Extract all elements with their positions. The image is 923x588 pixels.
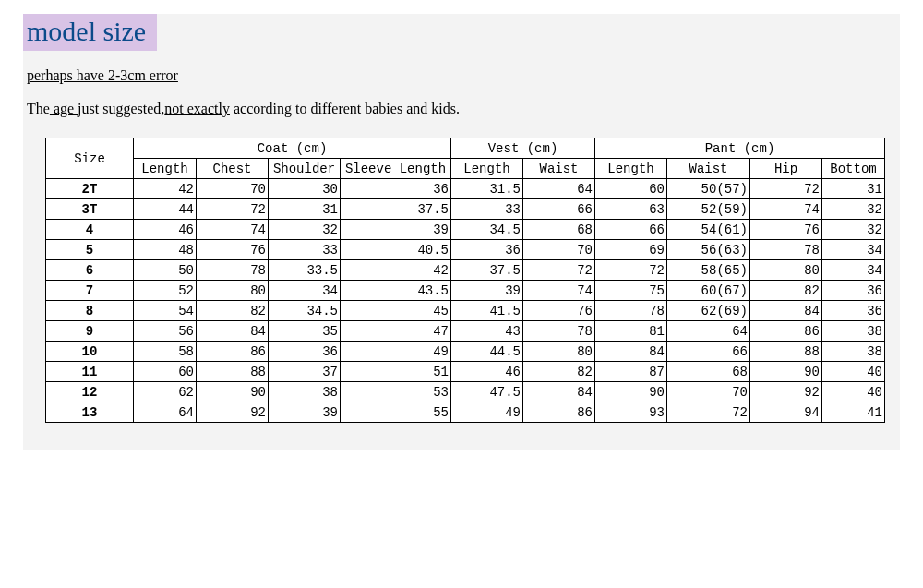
cell-vest-length: 34.5 <box>451 220 523 240</box>
cell-pant-waist: 56(63) <box>667 240 750 260</box>
header-pant-waist: Waist <box>667 159 750 179</box>
cell-pant-waist: 72 <box>667 402 750 423</box>
cell-pant-hip: 86 <box>750 321 822 342</box>
cell-pant-bottom: 38 <box>822 321 885 342</box>
cell-coat-length: 60 <box>134 362 197 382</box>
cell-coat-sleeve: 43.5 <box>341 281 451 301</box>
cell-pant-hip: 80 <box>750 260 822 281</box>
cell-vest-waist: 84 <box>523 382 595 402</box>
page-title: model size <box>23 14 157 51</box>
cell-size: 4 <box>46 220 134 240</box>
cell-vest-waist: 70 <box>523 240 595 260</box>
cell-vest-waist: 72 <box>523 260 595 281</box>
cell-vest-waist: 66 <box>523 199 595 220</box>
size-table-wrap: Size Coat (cm) Vest (cm) Pant (cm) Lengt… <box>45 138 900 423</box>
note-text-suffix: according to different babies and kids. <box>230 101 460 116</box>
cell-coat-shoulder: 31 <box>269 199 341 220</box>
table-body: 2T4270303631.5646050(57)72313T44723137.5… <box>46 179 885 423</box>
cell-coat-sleeve: 37.5 <box>341 199 451 220</box>
cell-pant-hip: 84 <box>750 301 822 321</box>
cell-coat-sleeve: 51 <box>341 362 451 382</box>
note-not-exactly-underline: not exactly <box>164 101 230 116</box>
cell-vest-length: 37.5 <box>451 260 523 281</box>
cell-coat-length: 56 <box>134 321 197 342</box>
cell-pant-hip: 88 <box>750 342 822 362</box>
cell-coat-length: 58 <box>134 342 197 362</box>
header-coat: Coat (cm) <box>134 138 451 159</box>
table-row: 3T44723137.533666352(59)7432 <box>46 199 885 220</box>
cell-pant-length: 87 <box>595 362 667 382</box>
cell-coat-chest: 88 <box>197 362 269 382</box>
table-row: 1160883751468287689040 <box>46 362 885 382</box>
cell-pant-waist: 60(67) <box>667 281 750 301</box>
cell-coat-shoulder: 36 <box>269 342 341 362</box>
cell-pant-bottom: 34 <box>822 240 885 260</box>
table-row: 6507833.54237.5727258(65)8034 <box>46 260 885 281</box>
cell-size: 10 <box>46 342 134 362</box>
header-pant-bottom: Bottom <box>822 159 885 179</box>
cell-coat-sleeve: 49 <box>341 342 451 362</box>
cell-coat-chest: 70 <box>197 179 269 199</box>
cell-vest-waist: 76 <box>523 301 595 321</box>
cell-pant-waist: 64 <box>667 321 750 342</box>
cell-vest-length: 46 <box>451 362 523 382</box>
cell-coat-shoulder: 33 <box>269 240 341 260</box>
cell-coat-shoulder: 34 <box>269 281 341 301</box>
cell-coat-length: 42 <box>134 179 197 199</box>
cell-pant-bottom: 32 <box>822 199 885 220</box>
cell-pant-hip: 92 <box>750 382 822 402</box>
header-size: Size <box>46 138 134 179</box>
cell-coat-chest: 82 <box>197 301 269 321</box>
cell-coat-sleeve: 36 <box>341 179 451 199</box>
cell-coat-sleeve: 55 <box>341 402 451 423</box>
cell-vest-waist: 64 <box>523 179 595 199</box>
cell-coat-shoulder: 39 <box>269 402 341 423</box>
cell-coat-length: 62 <box>134 382 197 402</box>
cell-coat-sleeve: 45 <box>341 301 451 321</box>
cell-size: 3T <box>46 199 134 220</box>
header-vest-length: Length <box>451 159 523 179</box>
cell-pant-hip: 76 <box>750 220 822 240</box>
cell-coat-chest: 86 <box>197 342 269 362</box>
cell-size: 2T <box>46 179 134 199</box>
header-pant-length: Length <box>595 159 667 179</box>
table-row: 2T4270303631.5646050(57)7231 <box>46 179 885 199</box>
cell-pant-hip: 90 <box>750 362 822 382</box>
cell-vest-waist: 68 <box>523 220 595 240</box>
table-row: 44674323934.5686654(61)7632 <box>46 220 885 240</box>
cell-pant-bottom: 34 <box>822 260 885 281</box>
cell-coat-length: 50 <box>134 260 197 281</box>
cell-coat-length: 44 <box>134 199 197 220</box>
cell-pant-length: 78 <box>595 301 667 321</box>
cell-size: 6 <box>46 260 134 281</box>
cell-coat-chest: 72 <box>197 199 269 220</box>
cell-pant-length: 69 <box>595 240 667 260</box>
cell-vest-length: 43 <box>451 321 523 342</box>
cell-vest-length: 49 <box>451 402 523 423</box>
cell-coat-length: 54 <box>134 301 197 321</box>
cell-pant-length: 84 <box>595 342 667 362</box>
document-container: model size perhaps have 2-3cm error The … <box>23 14 900 450</box>
cell-pant-length: 60 <box>595 179 667 199</box>
cell-pant-length: 75 <box>595 281 667 301</box>
cell-size: 11 <box>46 362 134 382</box>
cell-pant-bottom: 40 <box>822 362 885 382</box>
cell-pant-bottom: 40 <box>822 382 885 402</box>
cell-vest-length: 44.5 <box>451 342 523 362</box>
cell-vest-length: 31.5 <box>451 179 523 199</box>
cell-coat-chest: 80 <box>197 281 269 301</box>
cell-coat-length: 52 <box>134 281 197 301</box>
header-coat-length: Length <box>134 159 197 179</box>
cell-pant-length: 72 <box>595 260 667 281</box>
cell-coat-sleeve: 47 <box>341 321 451 342</box>
note-age-underline: age <box>50 101 78 116</box>
header-coat-sleeve: Sleeve Length <box>341 159 451 179</box>
cell-size: 13 <box>46 402 134 423</box>
cell-pant-waist: 52(59) <box>667 199 750 220</box>
header-coat-chest: Chest <box>197 159 269 179</box>
cell-coat-chest: 92 <box>197 402 269 423</box>
age-note: The age just suggested,not exactly accor… <box>27 101 900 117</box>
cell-pant-length: 90 <box>595 382 667 402</box>
cell-coat-chest: 76 <box>197 240 269 260</box>
cell-size: 7 <box>46 281 134 301</box>
